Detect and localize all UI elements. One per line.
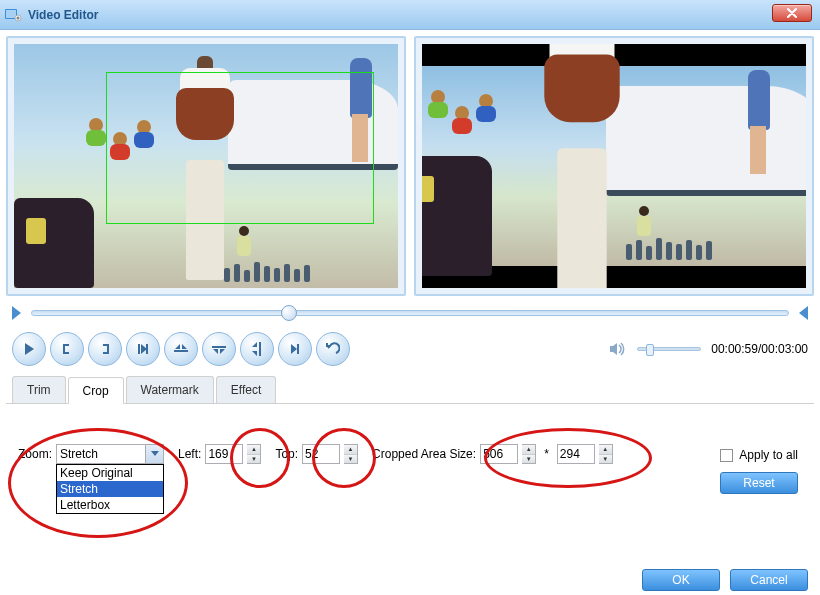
- timeline-start-marker[interactable]: [12, 306, 21, 320]
- footer: OK Cancel: [642, 569, 808, 591]
- svg-rect-10: [138, 344, 140, 354]
- svg-rect-5: [63, 344, 69, 346]
- crop-form-row: Zoom: Keep Original Stretch Letterbox Le…: [18, 444, 802, 464]
- volume-thumb[interactable]: [646, 344, 654, 356]
- zoom-input[interactable]: [57, 445, 145, 463]
- timeline-row: [6, 302, 814, 324]
- timeline-end-marker[interactable]: [799, 306, 808, 320]
- svg-rect-11: [146, 344, 148, 354]
- set-in-button[interactable]: [50, 332, 84, 366]
- svg-rect-12: [174, 350, 188, 352]
- undo-button[interactable]: [316, 332, 350, 366]
- size-label: Cropped Area Size:: [372, 447, 476, 461]
- output-video-frame: [422, 44, 806, 288]
- time-display: 00:00:59/00:03:00: [711, 342, 808, 356]
- flip-vertical-button[interactable]: [202, 332, 236, 366]
- tab-watermark[interactable]: Watermark: [126, 376, 214, 403]
- top-spinner[interactable]: ▲▼: [344, 444, 358, 464]
- scene-luggage: [14, 198, 94, 288]
- left-input[interactable]: [205, 444, 243, 464]
- svg-rect-9: [103, 352, 109, 354]
- close-button[interactable]: [772, 4, 812, 22]
- preview-row: [6, 36, 814, 296]
- svg-rect-8: [103, 344, 109, 346]
- svg-point-3: [17, 16, 20, 19]
- tabs: Trim Crop Watermark Effect: [6, 376, 814, 404]
- content-area: 00:00:59/00:03:00 Trim Crop Watermark Ef…: [0, 30, 820, 520]
- mirror-button[interactable]: [240, 332, 274, 366]
- app-icon: [4, 6, 22, 24]
- scene-chipmunk: [450, 106, 474, 134]
- next-frame-button[interactable]: [278, 332, 312, 366]
- left-spinner[interactable]: ▲▼: [247, 444, 261, 464]
- left-label: Left:: [178, 447, 201, 461]
- titlebar: Video Editor: [0, 0, 820, 30]
- zoom-option-letterbox[interactable]: Letterbox: [57, 497, 163, 513]
- set-out-button[interactable]: [88, 332, 122, 366]
- apply-all-label: Apply to all: [739, 448, 798, 462]
- scene-woman: [742, 66, 776, 186]
- svg-rect-13: [212, 346, 226, 348]
- zoom-option-stretch[interactable]: Stretch: [57, 481, 163, 497]
- tab-trim[interactable]: Trim: [12, 376, 66, 403]
- svg-rect-6: [63, 352, 69, 354]
- source-preview-pane: [6, 36, 406, 296]
- scene-chipmunk: [426, 90, 450, 118]
- timeline-track[interactable]: [31, 310, 789, 316]
- controls-row: 00:00:59/00:03:00: [6, 332, 814, 366]
- scene-person-main: [524, 44, 641, 288]
- zoom-combo[interactable]: Keep Original Stretch Letterbox: [56, 444, 164, 464]
- scene-chipmunk: [474, 94, 498, 122]
- tab-effect[interactable]: Effect: [216, 376, 276, 403]
- tab-crop[interactable]: Crop: [68, 377, 124, 404]
- crop-panel: Zoom: Keep Original Stretch Letterbox Le…: [6, 404, 814, 514]
- scene-luggage: [422, 156, 492, 276]
- svg-rect-14: [259, 342, 261, 356]
- output-preview-pane: [414, 36, 814, 296]
- apply-all-checkbox[interactable]: [720, 449, 733, 462]
- scene-people-far: [626, 230, 766, 260]
- window-title: Video Editor: [28, 8, 816, 22]
- top-label: Top:: [275, 447, 298, 461]
- flip-horizontal-button[interactable]: [164, 332, 198, 366]
- cancel-button[interactable]: Cancel: [730, 569, 808, 591]
- crop-rectangle[interactable]: [106, 72, 374, 224]
- scene-chipmunk: [84, 118, 108, 146]
- height-input[interactable]: [557, 444, 595, 464]
- reset-button[interactable]: Reset: [720, 472, 798, 494]
- zoom-label: Zoom:: [18, 447, 52, 461]
- volume-slider[interactable]: [637, 347, 701, 351]
- volume-icon[interactable]: [609, 341, 627, 357]
- svg-rect-15: [297, 344, 299, 354]
- width-spinner[interactable]: ▲▼: [522, 444, 536, 464]
- prev-frame-button[interactable]: [126, 332, 160, 366]
- size-separator: *: [544, 447, 549, 461]
- ok-button[interactable]: OK: [642, 569, 720, 591]
- zoom-dropdown: Keep Original Stretch Letterbox: [56, 464, 164, 514]
- top-input[interactable]: [302, 444, 340, 464]
- zoom-option-keep-original[interactable]: Keep Original: [57, 465, 163, 481]
- scene-people-far: [224, 252, 364, 282]
- height-spinner[interactable]: ▲▼: [599, 444, 613, 464]
- width-input[interactable]: [480, 444, 518, 464]
- zoom-dropdown-button[interactable]: [145, 445, 163, 463]
- svg-rect-1: [6, 10, 16, 18]
- timeline-thumb[interactable]: [281, 305, 297, 321]
- source-video-frame[interactable]: [14, 44, 398, 288]
- apply-all-row[interactable]: Apply to all: [720, 448, 798, 462]
- play-button[interactable]: [12, 332, 46, 366]
